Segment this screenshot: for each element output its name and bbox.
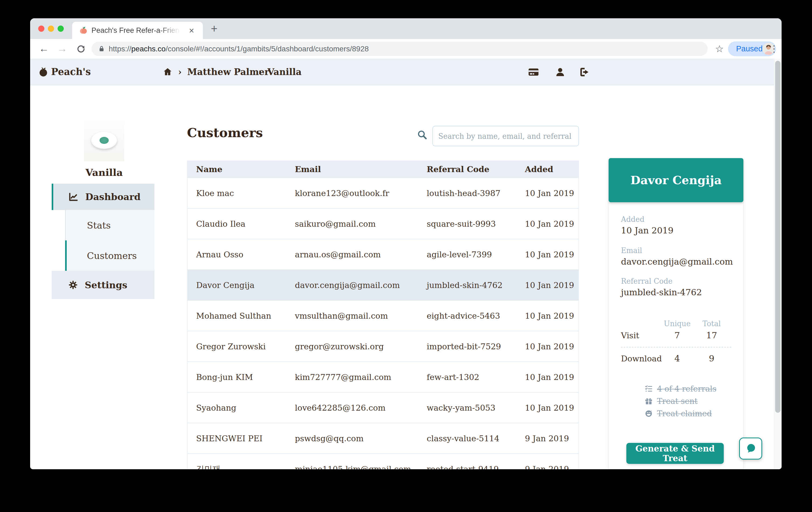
table-row[interactable]: Syaohang love642285@126.com wacky-yam-50…	[187, 393, 578, 423]
cell-referral-code: imported-bit-7529	[418, 342, 516, 351]
peach-logo-icon[interactable]	[38, 67, 49, 77]
url-scheme: https://	[109, 44, 131, 53]
cell-added: 9 Jan 2019	[516, 434, 578, 443]
cell-added: 9 Jan 2019	[516, 464, 578, 470]
gear-icon	[68, 280, 78, 290]
product-image	[84, 119, 124, 161]
cell-referral-code: agile-level-7399	[418, 250, 516, 259]
table-row[interactable]: Gregor Zurowski gregor@zurowski.org impo…	[187, 331, 578, 362]
table-row[interactable]: Davor Cengija davor.cengija@gmail.com ju…	[187, 270, 578, 301]
paused-label: Paused	[736, 41, 762, 56]
table-row[interactable]: Kloe mac klorane123@outlook.fr loutish-h…	[187, 178, 578, 209]
bookmark-star-icon[interactable]: ☆	[714, 43, 725, 55]
url-host: peachs.co	[131, 44, 166, 53]
generate-send-treat-button[interactable]: Generate & Send Treat	[626, 443, 724, 464]
close-window-button[interactable]	[38, 26, 45, 32]
cell-name: Syaohang	[187, 403, 286, 413]
reload-button[interactable]	[75, 42, 87, 55]
home-icon[interactable]	[163, 67, 172, 77]
cell-email: vmsulthan@gmail.com	[286, 311, 418, 321]
stat-download-unique: 4	[661, 353, 693, 364]
checklist-item-treat-claimed: Treat claimed	[645, 408, 712, 419]
cell-added: 10 Jan 2019	[516, 403, 578, 413]
cell-name: Kloe mac	[187, 188, 286, 198]
cell-email: gregor@zurowski.org	[286, 342, 418, 351]
field-label-added: Added	[621, 215, 644, 223]
minimize-window-button[interactable]	[48, 26, 54, 32]
table-row[interactable]: Claudio Ilea saikuro@gmail.com square-su…	[187, 209, 578, 239]
cell-name: Mohamed Sulthan	[187, 311, 286, 321]
checklist-icon	[645, 385, 653, 393]
stat-visit-total: 17	[696, 330, 728, 340]
cell-email: arnau.os@gmail.com	[286, 250, 418, 259]
browser-tab[interactable]: Peach's Free Refer-a-Friend S ✕	[72, 22, 203, 39]
sidebar-item-stats[interactable]: Stats	[65, 210, 154, 240]
column-header-email[interactable]: Email	[286, 160, 418, 178]
cell-email: davor.cengija@gmail.com	[286, 280, 418, 290]
customer-name: Davor Cengija	[630, 174, 722, 187]
chat-bubble-icon	[745, 443, 756, 454]
table-row[interactable]: Arnau Osso arnau.os@gmail.com agile-leve…	[187, 239, 578, 270]
cell-added: 10 Jan 2019	[516, 311, 578, 321]
breadcrumb-separator: ›	[178, 67, 182, 77]
stat-visit-unique: 7	[661, 330, 693, 340]
reload-icon	[77, 44, 86, 54]
peach-favicon-icon	[79, 26, 88, 35]
breadcrumb-account[interactable]: Matthew Palmer	[187, 67, 269, 77]
tab-title: Peach's Free Refer-a-Friend S	[91, 22, 182, 39]
checklist-item-referrals: 4 of 4 referrals	[645, 384, 717, 394]
app-top-bar	[30, 59, 782, 86]
search-input[interactable]	[432, 126, 579, 146]
forward-button[interactable]: →	[56, 42, 68, 55]
gift-icon	[645, 397, 653, 405]
sidebar-item-settings[interactable]: Settings	[52, 271, 154, 299]
cell-email: klorane123@outlook.fr	[286, 188, 418, 198]
table-row[interactable]: SHENGWEI PEI pswdsg@qq.com classy-value-…	[187, 423, 578, 454]
table-row[interactable]: Mohamed Sulthan vmsulthan@gmail.com eigh…	[187, 301, 578, 331]
table-row[interactable]: Bong-jun KIM kim727777@gmail.com few-art…	[187, 362, 578, 393]
cell-name: Arnau Osso	[187, 250, 286, 259]
column-header-name[interactable]: Name	[187, 160, 286, 178]
field-value-added: 10 Jan 2019	[621, 225, 673, 236]
cell-email: minjae1105.kim@gmail.com	[286, 464, 418, 470]
column-header-referral-code[interactable]: Referral Code	[418, 160, 516, 178]
sidebar-item-label: Dashboard	[85, 191, 141, 202]
stat-row-visit-label: Visit	[621, 331, 639, 340]
field-label-email: Email	[621, 246, 642, 255]
sign-out-icon[interactable]	[579, 67, 590, 78]
checklist-item-treat-sent: Treat sent	[645, 396, 698, 406]
column-header-added[interactable]: Added	[516, 160, 578, 178]
sidebar-item-label: Settings	[85, 280, 127, 291]
breadcrumb-separator: ›	[258, 67, 262, 77]
chat-widget-button[interactable]	[739, 438, 762, 459]
zoom-window-button[interactable]	[58, 26, 64, 32]
cookie-graphic	[91, 132, 117, 149]
billing-card-icon[interactable]	[528, 67, 539, 78]
cell-added: 10 Jan 2019	[516, 372, 578, 382]
customers-table: Name Email Referral Code Added Kloe mac …	[187, 160, 579, 469]
close-tab-icon[interactable]: ✕	[187, 26, 196, 35]
sidebar-item-label: Stats	[87, 220, 111, 231]
cell-referral-code: loutish-head-3987	[418, 188, 516, 198]
table-row[interactable]: 김민재 minjae1105.kim@gmail.com rooted-star…	[187, 454, 578, 469]
cell-added: 10 Jan 2019	[516, 250, 578, 259]
cell-referral-code: eight-advice-5463	[418, 311, 516, 321]
cell-email: pswdsg@qq.com	[286, 434, 418, 443]
stats-column-total: Total	[696, 320, 728, 328]
checklist-label: 4 of 4 referrals	[657, 384, 717, 393]
field-value-referral-code: jumbled-skin-4762	[621, 287, 702, 297]
account-user-icon[interactable]	[555, 67, 566, 78]
page-title: Customers	[187, 125, 263, 140]
sidebar-item-dashboard[interactable]: Dashboard	[52, 184, 154, 210]
brand-name[interactable]: Peach's	[51, 66, 91, 77]
browser-menu-icon[interactable]: ⋮	[768, 42, 780, 55]
sidebar-item-customers[interactable]: Customers	[65, 240, 154, 271]
breadcrumb-product[interactable]: Vanilla	[267, 67, 301, 77]
back-button[interactable]: ←	[38, 42, 50, 55]
browser-window: Peach's Free Refer-a-Friend S ✕ + ← → ht…	[30, 18, 782, 469]
smiley-icon	[645, 410, 653, 418]
page-scrollbar-thumb[interactable]	[775, 61, 781, 413]
new-tab-button[interactable]: +	[208, 23, 220, 35]
checklist-label: Treat claimed	[657, 409, 712, 418]
search-icon	[417, 130, 427, 140]
